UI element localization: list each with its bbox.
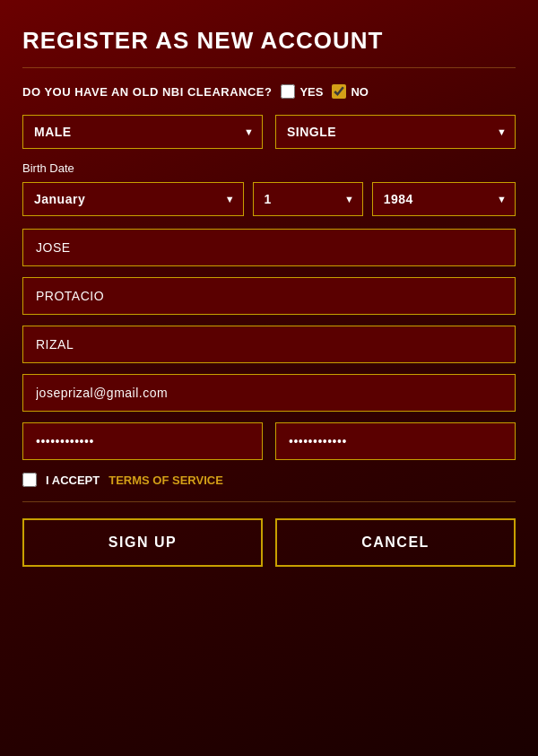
terms-checkbox[interactable] (22, 473, 37, 487)
birth-day-select[interactable]: 1234 5678 9101112 13141516 17181920 2122… (253, 182, 363, 216)
nbi-yes-option[interactable]: YES (281, 84, 323, 99)
birth-month-select[interactable]: JanuaryFebruaryMarch AprilMayJune JulyAu… (22, 182, 244, 216)
nbi-question-label: DO YOU HAVE AN OLD NBI CLEARANCE? (22, 85, 272, 99)
top-divider (22, 67, 516, 68)
birth-year-wrapper: 1980198119821983 198419851986 1987198819… (372, 182, 516, 216)
nbi-no-checkbox[interactable] (332, 84, 346, 99)
registration-form: REGISTER AS NEW ACCOUNT DO YOU HAVE AN O… (22, 27, 516, 567)
action-buttons: SIGN UP CANCEL (22, 518, 516, 567)
terms-row: I ACCEPT TERMS OF SERVICE (22, 473, 516, 487)
birth-day-wrapper: 1234 5678 9101112 13141516 17181920 2122… (253, 182, 363, 216)
nbi-no-option[interactable]: NO (332, 84, 369, 99)
terms-of-service-link[interactable]: TERMS OF SERVICE (108, 474, 223, 487)
birth-month-wrapper: JanuaryFebruaryMarch AprilMayJune JulyAu… (22, 182, 244, 216)
birth-date-label: Birth Date (22, 161, 516, 175)
civil-status-select[interactable]: SINGLE MARRIED WIDOWED SEPARATED (275, 115, 516, 149)
bottom-divider (22, 501, 516, 502)
gender-civil-row: MALE FEMALE SINGLE MARRIED WIDOWED SEPAR… (22, 115, 516, 149)
last-name-input[interactable] (22, 326, 516, 363)
nbi-question-row: DO YOU HAVE AN OLD NBI CLEARANCE? YES NO (22, 84, 516, 99)
password-input[interactable] (22, 422, 263, 460)
middle-name-input[interactable] (22, 277, 516, 315)
page-title: REGISTER AS NEW ACCOUNT (22, 27, 516, 55)
signup-button[interactable]: SIGN UP (22, 518, 263, 567)
gender-select-wrapper: MALE FEMALE (22, 115, 263, 149)
nbi-yes-label: YES (299, 85, 323, 99)
confirm-password-input[interactable] (275, 422, 516, 460)
gender-select[interactable]: MALE FEMALE (22, 115, 263, 149)
email-input[interactable] (22, 374, 516, 412)
nbi-no-label: NO (351, 85, 369, 99)
birth-year-select[interactable]: 1980198119821983 198419851986 1987198819… (372, 182, 516, 216)
civil-status-select-wrapper: SINGLE MARRIED WIDOWED SEPARATED (275, 115, 516, 149)
cancel-button[interactable]: CANCEL (275, 518, 516, 567)
nbi-yes-checkbox[interactable] (281, 84, 295, 99)
first-name-input[interactable] (22, 229, 516, 266)
password-row (22, 422, 516, 460)
birth-date-row: JanuaryFebruaryMarch AprilMayJune JulyAu… (22, 182, 516, 216)
terms-prefix-text: I ACCEPT (46, 474, 100, 487)
